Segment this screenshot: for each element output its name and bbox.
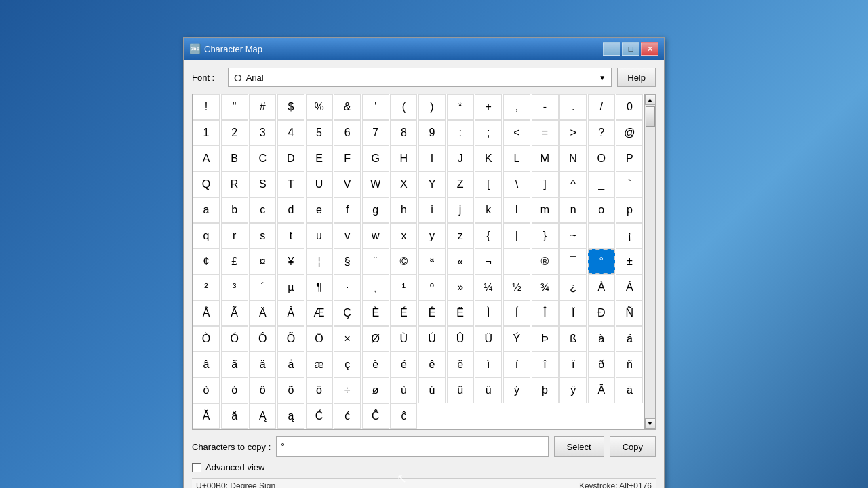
char-cell[interactable]: â [193,352,220,378]
char-cell[interactable]: j [447,197,474,223]
char-cell[interactable]: h [390,197,417,223]
scroll-down-button[interactable]: ▼ [645,418,656,429]
char-cell[interactable]: à [588,326,615,352]
char-cell[interactable]: @ [616,120,643,146]
char-cell[interactable]: ¼ [475,274,502,300]
char-cell[interactable]: ª [418,249,446,274]
char-cell[interactable]: ² [193,274,220,300]
char-cell[interactable]: ß [559,326,587,352]
char-cell[interactable]: 2 [221,120,248,146]
char-cell[interactable]: µ [277,274,304,300]
char-cell[interactable]: î [532,352,559,378]
advanced-view-checkbox[interactable] [192,463,201,472]
char-cell[interactable]: 0 [616,94,643,120]
char-cell[interactable]: S [249,171,276,197]
char-cell[interactable]: ¬ [475,249,502,274]
char-cell[interactable]: ÿ [559,378,587,403]
char-cell[interactable]: ā [616,378,643,403]
char-cell[interactable]: g [362,197,389,223]
char-cell[interactable]: c [249,197,276,223]
char-cell[interactable]: ë [447,352,474,378]
char-cell[interactable]: ( [390,94,417,120]
char-cell[interactable]: 3 [249,120,276,146]
char-cell[interactable]: u [306,223,333,249]
char-cell[interactable]: ø [362,378,389,403]
char-cell[interactable]: K [475,146,502,171]
char-cell[interactable]: þ [532,378,559,403]
scroll-up-button[interactable]: ▲ [645,94,656,105]
char-cell[interactable]: e [306,197,333,223]
char-cell[interactable]: Ă [193,403,220,429]
char-cell[interactable]: ÷ [334,378,361,403]
char-cell[interactable]: H [390,146,417,171]
char-cell[interactable]: ¸ [362,274,389,300]
char-cell[interactable]: Ú [418,326,446,352]
char-cell[interactable]: ® [532,249,559,274]
char-cell[interactable]: M [532,146,559,171]
font-selector[interactable]: O Arial ▼ [228,68,612,87]
char-cell[interactable]: 4 [277,120,304,146]
char-cell[interactable]: ¥ [277,249,304,274]
char-cell[interactable]: - [532,94,559,120]
char-cell[interactable]: V [334,171,361,197]
minimize-button[interactable]: ─ [603,42,620,56]
char-cell[interactable]: a [193,197,220,223]
char-cell[interactable]: * [447,94,474,120]
char-cell[interactable]: Ã [221,300,248,326]
char-cell[interactable]: ¶ [306,274,333,300]
char-cell[interactable]: ä [249,352,276,378]
char-cell[interactable]: Þ [532,326,559,352]
char-cell[interactable]: Õ [277,326,304,352]
char-cell[interactable]: í [503,352,530,378]
char-cell[interactable]: 8 [390,120,417,146]
char-cell[interactable]: ) [418,94,446,120]
char-cell[interactable]: £ [221,249,248,274]
char-cell[interactable]: À [588,274,615,300]
char-cell[interactable]: ' [362,94,389,120]
maximize-button[interactable]: □ [622,42,639,56]
scroll-thumb[interactable] [646,106,655,127]
char-cell[interactable]: Ĉ [362,403,389,429]
char-cell[interactable]: ­ [503,249,530,274]
char-cell[interactable]: Ê [418,300,446,326]
char-cell[interactable]: Ð [588,300,615,326]
char-cell[interactable]: ` [616,171,643,197]
char-cell[interactable]: < [503,120,530,146]
char-cell[interactable]: É [390,300,417,326]
char-cell[interactable]: ³ [221,274,248,300]
char-cell[interactable]: © [390,249,417,274]
char-cell[interactable]: æ [306,352,333,378]
char-cell[interactable] [588,223,615,249]
copy-button[interactable]: Copy [610,436,656,457]
char-cell[interactable]: G [362,146,389,171]
char-cell[interactable]: 9 [418,120,446,146]
char-cell[interactable]: ´ [249,274,276,300]
char-cell[interactable]: D [277,146,304,171]
char-cell[interactable]: ï [559,352,587,378]
char-cell[interactable]: Ì [475,300,502,326]
char-cell[interactable]: ò [193,378,220,403]
char-cell[interactable]: ó [221,378,248,403]
char-cell[interactable]: \ [503,171,530,197]
char-cell[interactable]: y [418,223,446,249]
char-cell[interactable]: R [221,171,248,197]
char-cell[interactable]: [ [475,171,502,197]
char-cell[interactable]: ü [475,378,502,403]
char-cell[interactable]: º [418,274,446,300]
char-cell[interactable]: = [532,120,559,146]
char-cell[interactable]: : [447,120,474,146]
char-cell[interactable]: x [390,223,417,249]
char-cell[interactable]: m [532,197,559,223]
char-cell[interactable]: J [447,146,474,171]
char-cell[interactable]: Í [503,300,530,326]
char-cell[interactable]: ô [249,378,276,403]
char-cell[interactable]: | [503,223,530,249]
char-cell[interactable]: " [221,94,248,120]
char-cell[interactable]: t [277,223,304,249]
char-cell[interactable]: U [306,171,333,197]
char-cell[interactable]: T [277,171,304,197]
char-cell[interactable]: Z [447,171,474,197]
char-cell[interactable]: ñ [616,352,643,378]
char-cell[interactable]: Ø [362,326,389,352]
char-cell[interactable]: > [559,120,587,146]
